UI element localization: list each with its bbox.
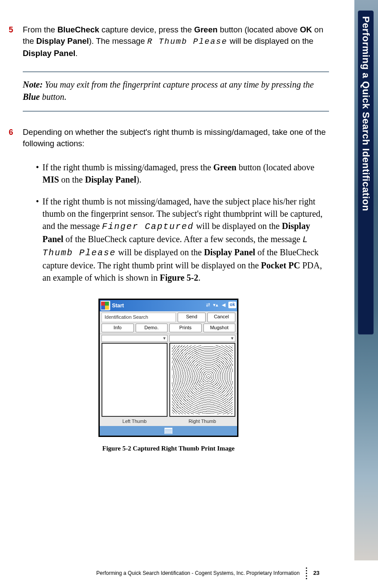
right-dropdown[interactable]	[169, 335, 235, 342]
right-thumb-caption: Right Thumb	[169, 418, 235, 425]
ppc-body: Left Thumb Right Thumb	[100, 334, 237, 426]
divider	[23, 71, 329, 72]
left-thumb-pane	[102, 343, 168, 417]
right-thumb-pane	[169, 343, 235, 417]
note-body: You may exit from the fingerprint captur…	[23, 80, 314, 102]
ppc-title-bar: Start ⇄ ▾▴ ◀ ok	[100, 300, 237, 311]
bullet-dot: •	[36, 161, 39, 186]
note-block: Note: You may exit from the fingerprint …	[23, 71, 329, 112]
step-number: 5	[9, 24, 15, 59]
note-text: Note: You may exit from the fingerprint …	[23, 78, 329, 103]
send-button[interactable]: Send	[178, 313, 206, 322]
footer-dots	[306, 567, 307, 579]
right-thumb-column: Right Thumb	[168, 334, 236, 426]
info-button[interactable]: Info	[102, 324, 134, 332]
speaker-icon: ◀	[220, 302, 227, 308]
page-content: 5 From the BlueCheck capture device, pre…	[0, 0, 337, 454]
figure-5-2: Start ⇄ ▾▴ ◀ ok Identification Search Se…	[9, 299, 328, 454]
note-prefix: Note:	[23, 80, 43, 89]
bullet-dot: •	[36, 195, 39, 284]
figure-caption: Figure 5-2 Captured Right Thumb Print Im…	[9, 444, 328, 454]
left-dropdown[interactable]	[102, 335, 168, 342]
ppc-footer-bar	[100, 426, 237, 436]
start-label: Start	[112, 302, 124, 310]
prints-button[interactable]: Prints	[169, 324, 202, 332]
step-5: 5 From the BlueCheck capture device, pre…	[9, 24, 328, 59]
left-thumb-column: Left Thumb	[101, 334, 168, 426]
section-tab: Performing a Quick Search Identification	[358, 11, 374, 334]
ok-button[interactable]: ok	[228, 302, 236, 308]
step-6: 6 Depending on whether the subject's rig…	[9, 127, 328, 149]
fingerprint-image	[172, 345, 233, 414]
keyboard-icon[interactable]	[164, 428, 172, 434]
signal-icon: ▾▴	[213, 302, 219, 308]
page-footer: Performing a Quick Search Identification…	[96, 567, 374, 579]
pocketpc-screen: Start ⇄ ▾▴ ◀ ok Identification Search Se…	[98, 299, 238, 437]
bullet-1-text: If the right thumb is missing/damaged, p…	[42, 161, 328, 186]
bullet-2: • If the right thumb is not missing/dama…	[36, 195, 328, 284]
footer-text: Performing a Quick Search Identification…	[96, 570, 300, 577]
bullet-1: • If the right thumb is missing/damaged,…	[36, 161, 328, 186]
step-number: 6	[9, 127, 15, 149]
step-6-body: Depending on whether the subject's right…	[23, 127, 328, 149]
divider	[23, 111, 329, 112]
sub-bullets: • If the right thumb is missing/damaged,…	[36, 161, 328, 284]
section-tab-title: Performing a Quick Search Identification	[359, 16, 373, 211]
page-number: 23	[313, 569, 319, 577]
ppc-toolbar: Identification Search Send Cancel Info D…	[100, 311, 237, 334]
left-thumb-caption: Left Thumb	[102, 418, 168, 425]
bullet-2-text: If the right thumb is not missing/damage…	[42, 195, 328, 284]
demo-button[interactable]: Demo.	[136, 324, 168, 332]
step-5-body: From the BlueCheck capture device, press…	[23, 24, 328, 59]
connectivity-icon: ⇄	[205, 302, 211, 308]
status-icons: ⇄ ▾▴ ◀ ok	[205, 302, 236, 308]
title-field: Identification Search	[102, 313, 176, 322]
windows-flag-icon	[101, 301, 110, 310]
cancel-button[interactable]: Cancel	[207, 313, 235, 322]
mugshot-button[interactable]: Mugshot	[203, 324, 236, 332]
